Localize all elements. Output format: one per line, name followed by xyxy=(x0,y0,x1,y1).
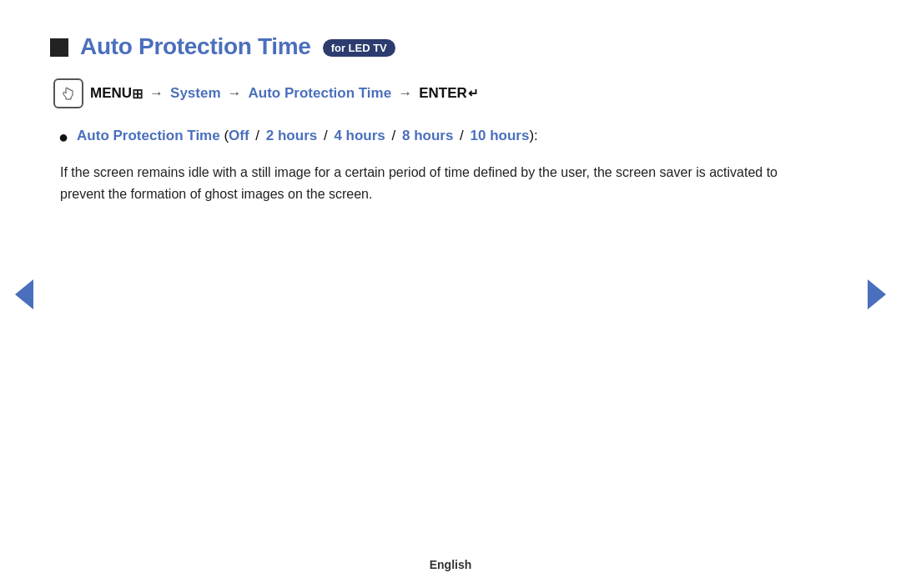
option-4h: 4 hours xyxy=(334,128,385,143)
footer-language: English xyxy=(430,558,472,571)
sep-4: / xyxy=(456,128,467,143)
menu-system-link: System xyxy=(170,85,220,102)
page-container: Auto Protection Time for LED TV MENU ⊞ →… xyxy=(0,0,901,588)
enter-label: ENTER xyxy=(419,85,467,102)
arrow-1: → xyxy=(149,85,164,102)
bullet: ● xyxy=(58,125,68,148)
title-row: Auto Protection Time for LED TV xyxy=(50,33,834,60)
feature-list-item: ● Auto Protection Time (Off / 2 hours / … xyxy=(58,125,834,148)
arrow-2: → xyxy=(228,85,242,102)
option-8h: 8 hours xyxy=(402,128,453,143)
menu-feature-link: Auto Protection Time xyxy=(249,85,392,102)
menu-keyword: MENU xyxy=(90,85,132,102)
arrow-3: → xyxy=(398,85,412,102)
sep-1: / xyxy=(252,128,264,143)
option-off: Off xyxy=(229,128,249,143)
feature-name: Auto Protection Time xyxy=(77,128,220,143)
option-10h: 10 hours xyxy=(471,128,530,143)
section-icon xyxy=(50,38,68,57)
menu-symbol: ⊞ xyxy=(132,86,143,102)
sep-3: / xyxy=(388,128,400,143)
feature-suffix: ): xyxy=(529,128,537,143)
nav-arrow-right[interactable] xyxy=(868,279,886,309)
feature-list: ● Auto Protection Time (Off / 2 hours / … xyxy=(58,125,834,148)
badge-label: for LED TV xyxy=(323,39,395,57)
nav-arrow-left[interactable] xyxy=(15,279,33,309)
sep-2: / xyxy=(320,128,331,143)
description-text: If the screen remains idle with a still … xyxy=(60,162,786,206)
option-2h: 2 hours xyxy=(266,128,317,143)
feature-line: Auto Protection Time (Off / 2 hours / 4 … xyxy=(77,125,538,147)
menu-touch-icon xyxy=(53,78,83,108)
page-title: Auto Protection Time xyxy=(80,33,311,60)
menu-path-row: MENU ⊞ → System → Auto Protection Time →… xyxy=(53,78,834,108)
enter-key: ENTER↵ xyxy=(419,85,479,102)
enter-symbol: ↵ xyxy=(468,86,479,101)
